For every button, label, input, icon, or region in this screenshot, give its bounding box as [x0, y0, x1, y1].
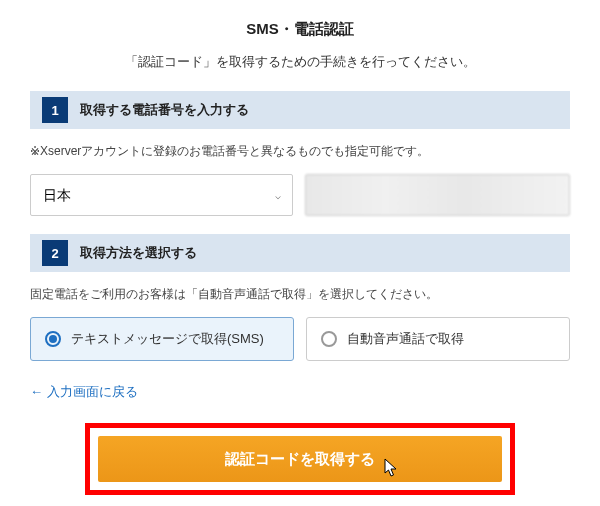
section-2-header: 2 取得方法を選択する — [30, 234, 570, 272]
phone-input[interactable] — [305, 174, 570, 216]
section-2-title: 取得方法を選択する — [80, 244, 197, 262]
section-1-header: 1 取得する電話番号を入力する — [30, 91, 570, 129]
section-1-note: ※Xserverアカウントに登録のお電話番号と異なるものでも指定可能です。 — [30, 143, 570, 160]
radio-icon — [321, 331, 337, 347]
back-link[interactable]: ← 入力画面に戻る — [30, 383, 138, 401]
section-2-number: 2 — [42, 240, 68, 266]
radio-icon — [45, 331, 61, 347]
radio-label-sms: テキストメッセージで取得(SMS) — [71, 330, 264, 348]
radio-label-voice: 自動音声通話で取得 — [347, 330, 464, 348]
page-subtitle: 「認証コード」を取得するための手続きを行ってください。 — [30, 53, 570, 71]
radio-option-sms[interactable]: テキストメッセージで取得(SMS) — [30, 317, 294, 361]
page-title: SMS・電話認証 — [30, 20, 570, 39]
country-select[interactable]: 日本 — [30, 174, 293, 216]
section-2-note: 固定電話をご利用のお客様は「自動音声通話で取得」を選択してください。 — [30, 286, 570, 303]
section-1-number: 1 — [42, 97, 68, 123]
radio-option-voice[interactable]: 自動音声通話で取得 — [306, 317, 570, 361]
section-1-title: 取得する電話番号を入力する — [80, 101, 249, 119]
submit-button[interactable]: 認証コードを取得する — [98, 436, 502, 482]
submit-highlight-box: 認証コードを取得する — [85, 423, 515, 495]
